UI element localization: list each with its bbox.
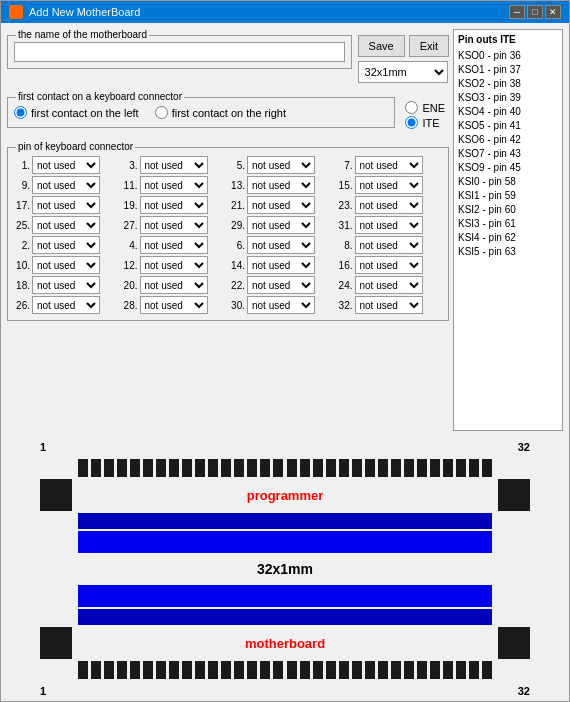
pin-tick-bottom [221, 661, 231, 679]
pin-tick-bottom [104, 661, 114, 679]
pin-row: 23.not usedKSO0KSO1KSO2KSI0KSI1KSI2 [337, 196, 443, 214]
pin-select[interactable]: not usedKSO0KSO1KSO2KSI0KSI1KSI2 [355, 216, 423, 234]
pin-select[interactable]: not usedKSO0KSO1KSO2KSI0KSI1KSI2 [140, 296, 208, 314]
pin-tick-bottom [182, 661, 192, 679]
pin-tick-bottom [234, 661, 244, 679]
pin-tick-top [417, 459, 427, 477]
pin-select[interactable]: not usedKSO0KSO1KSO2KSI0KSI1KSI2 [247, 156, 315, 174]
pin-select[interactable]: not usedKSO0KSO1KSO2KSI0KSI1KSI2 [32, 196, 100, 214]
ite-option: ITE [405, 116, 445, 129]
pin-number: 28. [122, 300, 138, 311]
pin-select[interactable]: not usedKSO0KSO1KSO2KSI0KSI1KSI2 [355, 236, 423, 254]
pin-select[interactable]: not usedKSO0KSO1KSO2KSI0KSI1KSI2 [32, 256, 100, 274]
right-panel-item: KSI2 - pin 60 [458, 203, 558, 217]
pin-tick-top [352, 459, 362, 477]
pin-select[interactable]: not usedKSO0KSO1KSO2KSI0KSI1KSI2 [140, 256, 208, 274]
pin-row: 32.not usedKSO0KSO1KSO2KSI0KSI1KSI2 [337, 296, 443, 314]
pin-row: 2.not usedKSO0KSO1KSO2KSI0KSI1KSI2 [14, 236, 120, 254]
ite-radio[interactable] [405, 116, 418, 129]
maximize-button[interactable]: □ [527, 5, 543, 19]
pin-number: 29. [229, 220, 245, 231]
pin-select[interactable]: not usedKSO0KSO1KSO2KSI0KSI1KSI2 [32, 276, 100, 294]
pin-row: 14.not usedKSO0KSO1KSO2KSI0KSI1KSI2 [229, 256, 335, 274]
pin-tick-bottom [130, 661, 140, 679]
pin-row: 22.not usedKSO0KSO1KSO2KSI0KSI1KSI2 [229, 276, 335, 294]
pin-select[interactable]: not usedKSO0KSO1KSO2KSI0KSI1KSI2 [32, 296, 100, 314]
radio-left-input[interactable] [14, 106, 27, 119]
pin-select[interactable]: not usedKSO0KSO1KSO2KSI0KSI1KSI2 [355, 256, 423, 274]
pin-row: 11.not usedKSO0KSO1KSO2KSI0KSI1KSI2 [122, 176, 228, 194]
pin-tick-top [391, 459, 401, 477]
pin-tick-bottom [469, 661, 479, 679]
pin-row: 29.not usedKSO0KSO1KSO2KSI0KSI1KSI2 [229, 216, 335, 234]
pin-tick-bottom [78, 661, 88, 679]
pin-select[interactable]: not usedKSO0KSO1KSO2KSI0KSI1KSI2 [140, 276, 208, 294]
right-panel-item: KSO1 - pin 37 [458, 63, 558, 77]
pin-select[interactable]: not usedKSO0KSO1KSO2KSI0KSI1KSI2 [140, 176, 208, 194]
exit-button[interactable]: Exit [409, 35, 449, 57]
pin-numbers-bottom: 1 32 [40, 683, 530, 697]
motherboard-name-input[interactable] [14, 42, 345, 62]
pin-number: 11. [122, 180, 138, 191]
pin-select[interactable]: not usedKSO0KSO1KSO2KSI0KSI1KSI2 [247, 216, 315, 234]
connector-label: 32x1mm [257, 561, 313, 577]
pin-tick-top [469, 459, 479, 477]
pin-select[interactable]: not usedKSO0KSO1KSO2KSI0KSI1KSI2 [32, 236, 100, 254]
pin-row: 18.not usedKSO0KSO1KSO2KSI0KSI1KSI2 [14, 276, 120, 294]
pin-tick-bottom [287, 661, 297, 679]
pin-select[interactable]: not usedKSO0KSO1KSO2KSI0KSI1KSI2 [355, 156, 423, 174]
right-panel-item: KSO4 - pin 40 [458, 105, 558, 119]
pin-select[interactable]: not usedKSO0KSO1KSO2KSI0KSI1KSI2 [140, 236, 208, 254]
pin-select[interactable]: not usedKSO0KSO1KSO2KSI0KSI1KSI2 [140, 216, 208, 234]
pin-select[interactable]: not usedKSO0KSO1KSO2KSI0KSI1KSI2 [247, 196, 315, 214]
programmer-label: programmer [247, 488, 324, 503]
pin-row: 9.not usedKSO0KSO1KSO2KSI0KSI1KSI2 [14, 176, 120, 194]
pin-row: 8.not usedKSO0KSO1KSO2KSI0KSI1KSI2 [337, 236, 443, 254]
pin-row: 13.not usedKSO0KSO1KSO2KSI0KSI1KSI2 [229, 176, 335, 194]
pin-select[interactable]: not usedKSO0KSO1KSO2KSI0KSI1KSI2 [247, 176, 315, 194]
pin-number: 23. [337, 200, 353, 211]
minimize-button[interactable]: ─ [509, 5, 525, 19]
pin-row: 7.not usedKSO0KSO1KSO2KSI0KSI1KSI2 [337, 156, 443, 174]
pin-select[interactable]: not usedKSO0KSO1KSO2KSI0KSI1KSI2 [247, 236, 315, 254]
pin-select[interactable]: not usedKSO0KSO1KSO2KSI0KSI1KSI2 [355, 276, 423, 294]
blue-bar-top [78, 513, 492, 529]
pin-select[interactable]: not usedKSO0KSO1KSO2KSI0KSI1KSI2 [32, 216, 100, 234]
pin-select[interactable]: not usedKSO0KSO1KSO2KSI0KSI1KSI2 [247, 296, 315, 314]
pin-select[interactable]: not usedKSO0KSO1KSO2KSI0KSI1KSI2 [247, 276, 315, 294]
pin-select[interactable]: not usedKSO0KSO1KSO2KSI0KSI1KSI2 [355, 296, 423, 314]
close-button[interactable]: ✕ [545, 5, 561, 19]
pin-tick-top [208, 459, 218, 477]
pin-tick-top [365, 459, 375, 477]
name-group-label: the name of the motherboard [16, 29, 149, 40]
contact-group-label: first contact on a keyboard connector [16, 91, 184, 102]
right-panel-item: KSO6 - pin 42 [458, 133, 558, 147]
pin-select[interactable]: not usedKSO0KSO1KSO2KSI0KSI1KSI2 [32, 156, 100, 174]
pin-select[interactable]: not usedKSO0KSO1KSO2KSI0KSI1KSI2 [140, 196, 208, 214]
pin-number: 4. [122, 240, 138, 251]
pin-tick-bottom [91, 661, 101, 679]
radio-right-input[interactable] [155, 106, 168, 119]
save-button[interactable]: Save [358, 35, 405, 57]
pin-select[interactable]: not usedKSO0KSO1KSO2KSI0KSI1KSI2 [355, 176, 423, 194]
ene-radio[interactable] [405, 101, 418, 114]
programmer-section: 1 32 programmer 32x1mm [40, 441, 530, 697]
pin-tick-top [247, 459, 257, 477]
pin-select[interactable]: not usedKSO0KSO1KSO2KSI0KSI1KSI2 [32, 176, 100, 194]
pin-number: 2. [14, 240, 30, 251]
programmer-label-area: programmer [78, 481, 492, 509]
pin-tick-bottom [195, 661, 205, 679]
pin-tick-top [117, 459, 127, 477]
pin-select[interactable]: not usedKSO0KSO1KSO2KSI0KSI1KSI2 [355, 196, 423, 214]
blue-bar-bottom [78, 531, 492, 553]
pin-select[interactable]: not usedKSO0KSO1KSO2KSI0KSI1KSI2 [140, 156, 208, 174]
pin-select[interactable]: not usedKSO0KSO1KSO2KSI0KSI1KSI2 [247, 256, 315, 274]
ene-label: ENE [422, 102, 445, 114]
pin-tick-top [156, 459, 166, 477]
connector-type-dropdown[interactable]: 32x1mm 16x1mm 8x1mm [358, 61, 448, 83]
pin-tick-top [182, 459, 192, 477]
radio-left-label: first contact on the left [31, 107, 139, 119]
pin-tick-bottom [117, 661, 127, 679]
pin-number: 1. [14, 160, 30, 171]
pin-number: 7. [337, 160, 353, 171]
